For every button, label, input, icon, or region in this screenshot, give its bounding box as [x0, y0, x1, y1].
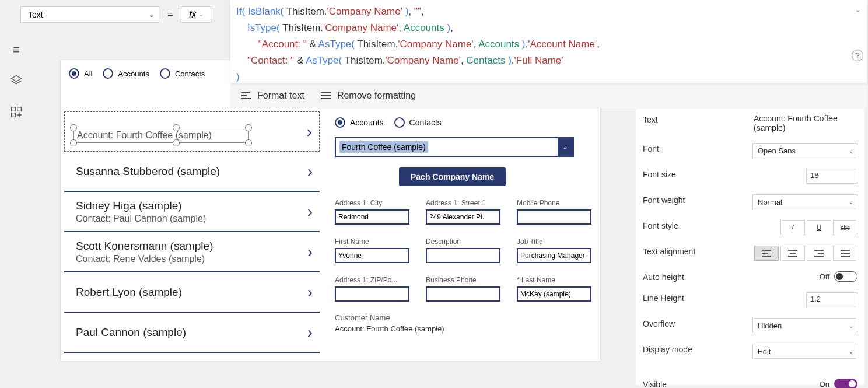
visible-value: On [820, 379, 830, 388]
visible-toggle[interactable] [834, 379, 858, 388]
list-item-title: Robert Lyon (sample) [76, 286, 182, 299]
radio-contacts-label: Contacts [175, 69, 205, 78]
field-input[interactable] [335, 286, 410, 302]
svg-rect-1 [18, 107, 22, 111]
line-height-input[interactable]: 1.2 [806, 292, 858, 307]
form-field: Mobile Phone [517, 199, 592, 225]
chevron-right-icon[interactable]: › [307, 243, 313, 261]
radio-all-label: All [84, 69, 92, 78]
chevron-down-icon: ⌄ [849, 323, 853, 329]
form-field: Address 1: ZIP/Po... [335, 276, 410, 302]
field-input[interactable]: 249 Alexander Pl. [426, 209, 501, 225]
field-input[interactable] [426, 286, 501, 302]
properties-panel: Text Account: Fourth Coffee (sample) Fon… [636, 109, 864, 385]
list-item-subtitle: Contact: Paul Cannon (sample) [76, 214, 206, 224]
display-mode-value: Edit [758, 347, 771, 356]
chevron-right-icon[interactable]: › [307, 202, 313, 221]
help-icon[interactable]: ? [852, 50, 863, 61]
field-input[interactable]: Purchasing Manager [517, 248, 592, 263]
radio-form-accounts-label: Accounts [350, 118, 384, 127]
form-field: Address 1: Street 1249 Alexander Pl. [426, 199, 501, 225]
company-combobox[interactable]: Fourth Coffee (sample) ⌄ [335, 137, 574, 157]
tree-view-icon[interactable] [10, 74, 22, 89]
property-selector[interactable]: Text ⌄ [20, 6, 159, 23]
svg-rect-0 [12, 107, 16, 111]
chevron-down-icon: ⌄ [199, 12, 204, 18]
formula-expand-icon[interactable]: ⌄ [855, 6, 863, 13]
selected-label-control[interactable]: Account: Fourth Coffee (sample) [74, 128, 249, 143]
customer-name-value: Account: Fourth Coffee (sample) [335, 324, 592, 333]
radio-form-contacts[interactable]: Contacts [394, 117, 442, 128]
list-item[interactable]: Susanna Stubberod (sample) › [64, 152, 320, 192]
list-item-title: Sidney Higa (sample) [76, 200, 206, 212]
prop-autoheight-label: Auto height [643, 271, 724, 282]
align-justify-button[interactable] [833, 246, 858, 261]
display-mode-select[interactable]: Edit ⌄ [752, 344, 858, 359]
chevron-down-icon[interactable]: ⌄ [558, 138, 573, 156]
list-item[interactable]: Paul Cannon (sample) › [64, 313, 320, 353]
list-item[interactable]: Yvonne McKay (sample) › Account: Fourth … [64, 111, 320, 152]
align-right-button[interactable] [807, 246, 831, 261]
chevron-right-icon[interactable]: › [307, 162, 313, 181]
field-input[interactable]: Redmond [335, 209, 410, 225]
chevron-right-icon[interactable]: › [307, 283, 313, 302]
field-label: Address 1: Street 1 [426, 199, 501, 207]
field-input[interactable]: McKay (sample) [517, 286, 592, 302]
list-item-title: Scott Konersmann (sample) [76, 240, 214, 253]
chevron-down-icon: ⌄ [849, 348, 853, 355]
radio-accounts[interactable]: Accounts [103, 68, 149, 79]
field-label: Description [426, 237, 501, 246]
field-label: Business Phone [426, 276, 501, 284]
overflow-select[interactable]: Hidden ⌄ [752, 318, 858, 333]
insert-icon[interactable] [10, 106, 22, 121]
form-field: First NameYvonne [335, 237, 410, 263]
italic-toggle[interactable]: / [780, 220, 805, 235]
auto-height-toggle[interactable] [834, 271, 858, 282]
auto-height-value: Off [820, 271, 830, 281]
font-weight-select[interactable]: Normal ⌄ [752, 194, 858, 209]
fx-button[interactable]: fx ⌄ [181, 6, 211, 23]
patch-company-button[interactable]: Pach Company Name [399, 167, 506, 186]
form-field: Address 1: CityRedmond [335, 199, 410, 225]
formula-toolbar: Format text Remove formatting [230, 83, 867, 109]
font-size-input[interactable]: 18 [806, 169, 858, 184]
prop-text-value[interactable]: Account: Fourth Coffee (sample) [724, 114, 858, 132]
radio-form-contacts-label: Contacts [410, 118, 442, 127]
field-label: * Last Name [517, 276, 592, 284]
filter-radio-group: All Accounts Contacts [69, 68, 205, 79]
align-left-button[interactable] [754, 246, 779, 261]
radio-all[interactable]: All [69, 68, 92, 79]
chevron-right-icon[interactable]: › [307, 123, 312, 141]
combobox-selected: Fourth Coffee (sample) [340, 141, 428, 153]
chevron-right-icon[interactable]: › [307, 323, 313, 342]
svg-rect-2 [12, 113, 16, 117]
list-item[interactable]: Sidney Higa (sample) Contact: Paul Canno… [64, 192, 320, 232]
text-align-group [754, 246, 858, 261]
remove-formatting-button[interactable]: Remove formatting [321, 90, 416, 101]
font-select-value: Open Sans [758, 146, 796, 155]
field-input[interactable] [426, 248, 501, 263]
field-input[interactable] [517, 209, 592, 225]
format-text-button[interactable]: Format text [241, 90, 304, 101]
field-input[interactable]: Yvonne [335, 248, 410, 263]
radio-contacts[interactable]: Contacts [160, 68, 205, 79]
list-item[interactable]: Scott Konersmann (sample) Contact: Rene … [64, 232, 320, 272]
list-item[interactable]: Robert Lyon (sample) › [64, 272, 320, 313]
font-weight-value: Normal [758, 198, 782, 207]
radio-form-accounts[interactable]: Accounts [335, 117, 384, 128]
underline-toggle[interactable]: U [807, 220, 831, 235]
field-label: Mobile Phone [517, 199, 592, 207]
hamburger-icon[interactable]: ≡ [13, 43, 20, 57]
equals-sign: = [167, 9, 173, 20]
list-item-title: Paul Cannon (sample) [76, 326, 186, 339]
overflow-value: Hidden [758, 321, 782, 330]
strikethrough-toggle[interactable]: abc [833, 220, 858, 235]
font-select[interactable]: Open Sans ⌄ [752, 143, 858, 158]
prop-font-label: Font [643, 143, 724, 153]
prop-visible-label: Visible [643, 379, 724, 388]
align-center-button[interactable] [780, 246, 805, 261]
chevron-down-icon: ⌄ [149, 11, 154, 19]
list-item-title: Susanna Stubberod (sample) [76, 165, 220, 178]
formula-bar[interactable]: If( IsBlank( ThisItem.'Company Name' ), … [230, 0, 867, 83]
left-rail: ≡ [0, 29, 33, 121]
